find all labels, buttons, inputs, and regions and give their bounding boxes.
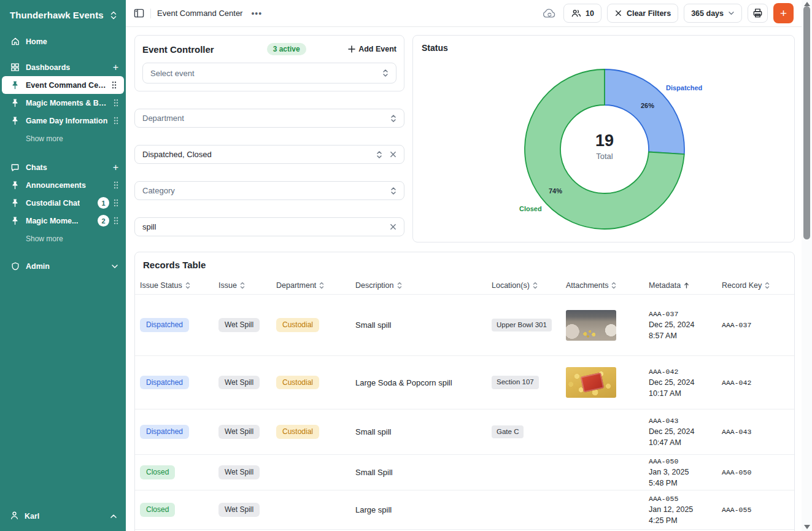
cell-locations: Upper Bowl 301	[492, 319, 566, 332]
sidebar-collapse-icon[interactable]	[110, 10, 117, 20]
cell-description: Small spill	[355, 320, 492, 330]
drag-handle-icon[interactable]	[114, 117, 118, 125]
date-range-dropdown[interactable]: 365 days	[684, 4, 742, 23]
column-header-record-key[interactable]: Record Key	[722, 281, 789, 290]
drag-handle-icon[interactable]	[114, 99, 118, 107]
column-header-metadata[interactable]: Metadata	[649, 281, 722, 290]
chevron-up-icon[interactable]	[110, 514, 117, 519]
vertical-scrollbar[interactable]	[802, 0, 812, 531]
cell-department: Custodial	[276, 318, 355, 331]
drag-handle-icon[interactable]	[114, 217, 118, 225]
add-icon[interactable]: +	[113, 163, 118, 172]
attachment-thumbnail[interactable]	[566, 367, 616, 398]
issue-badge: Wet Spill	[218, 318, 260, 331]
sidebar-item-dashboards[interactable]: Dashboards+	[0, 58, 126, 76]
select-event-dropdown[interactable]: Select event	[142, 63, 396, 83]
collaborators-count: 10	[586, 9, 594, 18]
sidebar-nav: HomeDashboards+Event Command CenterMagic…	[0, 33, 126, 275]
metadata-key: AAA-043	[649, 417, 717, 425]
sidebar-item-game-day-information[interactable]: Game Day Information	[0, 112, 126, 130]
category-filter[interactable]: Category	[134, 181, 404, 200]
status-filter[interactable]: Dispatched, Closed	[134, 145, 404, 164]
metadata-date: Jan 3, 2025	[649, 468, 717, 476]
sidebar-item-show-more[interactable]: Show more	[0, 130, 126, 147]
department-badge: Custodial	[276, 425, 319, 438]
records-table-card: Records Table Issue StatusIssueDepartmen…	[134, 252, 795, 531]
cell-description: Small Spill	[355, 468, 492, 477]
drag-handle-icon[interactable]	[114, 181, 118, 189]
sidebar-user[interactable]: Karl	[0, 505, 126, 531]
collaborators-button[interactable]: 10	[563, 4, 601, 23]
cell-description: Large spill	[355, 505, 492, 514]
sidebar-item-custodial-chat[interactable]: Custodial Chat1	[0, 194, 126, 212]
table-row[interactable]: ClosedWet SpillSmall SpillAAA-050Jan 3, …	[135, 454, 794, 490]
status-badge: Dispatched	[140, 425, 189, 438]
table-row[interactable]: DispatchedWet SpillCustodialSmall spillU…	[135, 294, 794, 355]
unread-count-badge: 1	[98, 197, 109, 209]
sort-updown-icon	[319, 282, 324, 289]
main-content: Event Controller 3 active Add Event Sele…	[126, 28, 802, 531]
status-chart-card: Status Dispatched 26% 74% Closed 19 Tota…	[412, 35, 795, 242]
add-record-button[interactable]: +	[773, 3, 794, 23]
column-header-department[interactable]: Department	[276, 281, 355, 290]
sidebar-item-magic-moments-budget[interactable]: Magic Moments & Budget	[0, 94, 126, 112]
add-event-button[interactable]: Add Event	[348, 45, 396, 53]
sidebar-item-announcements[interactable]: Announcements	[0, 176, 126, 194]
cell-record-key: AAA-050	[722, 468, 789, 476]
add-icon[interactable]: +	[113, 63, 118, 72]
drag-handle-icon[interactable]	[114, 199, 118, 207]
sidebar-item-label: Dashboards	[26, 63, 70, 72]
column-header-location-s[interactable]: Location(s)	[492, 281, 566, 290]
status-badge: Dispatched	[140, 376, 189, 389]
cell-issue: Wet Spill	[218, 425, 276, 438]
table-row[interactable]: DispatchedWet SpillCustodialSmall spillG…	[135, 409, 794, 454]
user-name: Karl	[25, 512, 39, 521]
column-header-issue-status[interactable]: Issue Status	[140, 281, 218, 290]
scroll-up-arrow[interactable]	[804, 2, 810, 6]
sidebar-item-home[interactable]: Home	[0, 33, 126, 50]
chevron-down-icon[interactable]	[111, 264, 118, 269]
sidebar: Thunderhawk Events HomeDashboards+Event …	[0, 0, 126, 531]
scrollbar-thumb[interactable]	[803, 6, 810, 239]
clear-search-icon[interactable]	[390, 223, 396, 230]
cell-locations: Gate C	[492, 425, 566, 439]
cell-description: Large Soda & Popcorn spill	[355, 378, 492, 387]
metadata-key: AAA-037	[649, 310, 717, 318]
sidebar-toggle-icon[interactable]	[134, 8, 144, 18]
sync-status-icon[interactable]	[542, 8, 557, 19]
table-row[interactable]: ClosedWet SpillLarge spillAAA-055Jan 12,…	[135, 490, 794, 529]
cell-description: Small spill	[355, 427, 492, 436]
clear-filters-button[interactable]: Clear Filters	[607, 4, 678, 23]
table-row[interactable]: DispatchedWet SpillCustodialLarge Soda &…	[135, 355, 794, 409]
pin-icon	[10, 198, 20, 207]
column-header-issue[interactable]: Issue	[218, 281, 276, 290]
cell-attachments	[566, 367, 649, 398]
metadata-time: 10:17 AM	[649, 389, 717, 398]
sidebar-item-chats[interactable]: Chats+	[0, 158, 126, 176]
search-filter-input[interactable]: spill	[134, 217, 404, 236]
column-label: Issue Status	[140, 281, 182, 290]
cell-record-key: AAA-055	[722, 506, 789, 514]
print-button[interactable]	[748, 4, 768, 23]
cell-metadata: AAA-042Dec 25, 202410:17 AM	[649, 368, 722, 398]
attachment-thumbnail[interactable]	[566, 310, 616, 341]
sidebar-item-magic-mome[interactable]: Magic Mome...2	[0, 212, 126, 230]
sort-updown-icon	[765, 282, 770, 289]
column-label: Department	[276, 281, 316, 290]
home-icon	[10, 37, 20, 46]
drag-handle-icon[interactable]	[112, 81, 117, 89]
clear-status-filter-icon[interactable]	[390, 151, 396, 158]
sidebar-item-event-command-center[interactable]: Event Command Center	[2, 76, 124, 94]
sidebar-item-label: Magic Mome...	[26, 217, 78, 225]
scroll-down-arrow[interactable]	[804, 525, 810, 529]
cell-metadata: AAA-037Dec 25, 20248:57 AM	[649, 310, 722, 340]
sidebar-item-show-more[interactable]: Show more	[0, 230, 126, 247]
page-menu-icon[interactable]: •••	[249, 9, 265, 18]
department-filter[interactable]: Department	[134, 109, 404, 128]
category-filter-placeholder: Category	[142, 186, 175, 195]
issue-badge: Wet Spill	[218, 503, 260, 516]
column-header-attachments[interactable]: Attachments	[566, 281, 649, 290]
column-header-description[interactable]: Description	[355, 281, 492, 290]
location-badge: Upper Bowl 301	[492, 319, 552, 332]
sidebar-item-admin[interactable]: Admin	[0, 257, 126, 275]
